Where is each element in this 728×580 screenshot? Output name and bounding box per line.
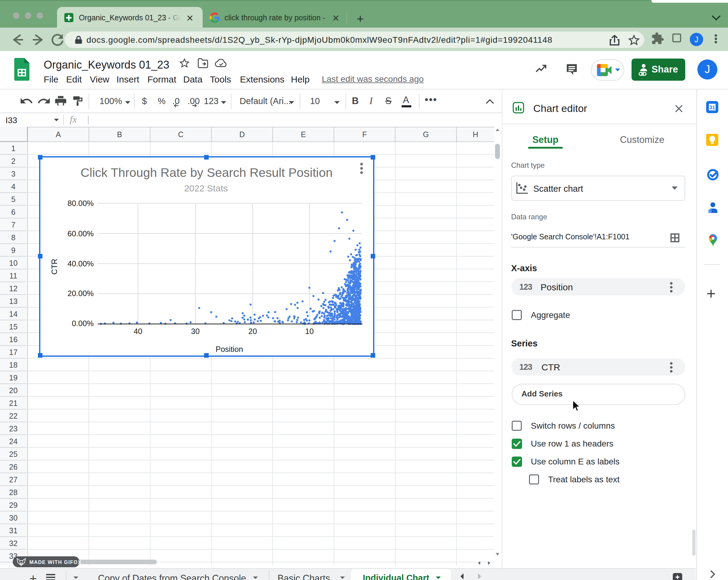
svg-text:31: 31 <box>709 105 715 110</box>
